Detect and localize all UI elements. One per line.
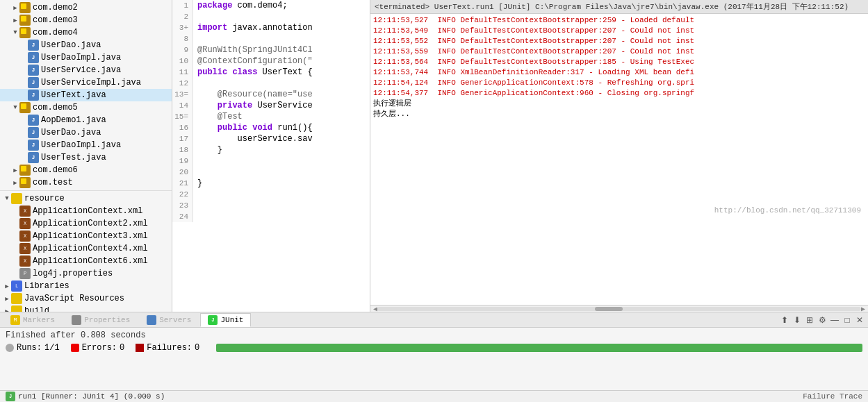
timestamp: 12:11:54,377 <box>373 88 428 99</box>
log-message: DefaultTestContextBootstrapper:207 - Cou… <box>460 26 694 36</box>
tab-action-maximize[interactable]: □ <box>842 315 853 326</box>
sidebar-item-label: com.test <box>33 178 73 187</box>
sidebar-item-userdaoimpl[interactable]: J UserDaoImpl.java <box>0 51 172 64</box>
log-message: 执行逻辑层 <box>373 99 411 109</box>
sidebar-item-appcontext4[interactable]: X ApplicationContext4.xml <box>0 242 172 255</box>
timestamp: 12:11:53,552 <box>373 36 428 47</box>
code-line-23: 23 <box>172 200 370 211</box>
log-level: INFO <box>437 88 455 99</box>
code-line-21: 21 } <box>172 178 370 189</box>
sidebar-item-appcontext1[interactable]: X ApplicationContext.xml <box>0 205 172 217</box>
sidebar-item-com-demo3[interactable]: com.demo3 <box>0 14 172 26</box>
code-line-18: 18 } <box>172 144 370 156</box>
sidebar-item-userdaoimpl2[interactable]: J UserDaoImpl.java <box>0 139 172 151</box>
line-number: 22 <box>172 189 193 200</box>
sidebar-item-label: ApplicationContext2.xml <box>33 219 148 228</box>
console-line-2: 12:11:53,549 INFO DefaultTestContextBoot… <box>373 26 865 36</box>
sidebar-item-usertest[interactable]: J UserTest.java <box>0 151 172 164</box>
sidebar-item-js-resources[interactable]: JavaScript Resources <box>0 292 172 305</box>
log-level: INFO <box>437 36 455 47</box>
line-number: 12 <box>172 78 193 89</box>
package-icon <box>19 2 31 13</box>
line-content: package com.demo4; <box>193 0 288 11</box>
horizontal-scrollbar-track[interactable] <box>377 307 861 311</box>
sidebar-item-com-demo5[interactable]: com.demo5 <box>0 101 172 114</box>
sidebar-item-label: JavaScript Resources <box>24 294 124 303</box>
sidebar-item-userservice[interactable]: J UserService.java <box>0 64 172 76</box>
sidebar-item-label: com.demo3 <box>33 15 78 25</box>
log-level: INFO <box>437 15 455 26</box>
line-number: 1 <box>172 0 193 11</box>
sidebar-item-log4j[interactable]: P log4j.properties <box>0 267 172 280</box>
code-line-16: 16 public void run1(){ <box>172 122 370 133</box>
sidebar-item-label: UserDao.java <box>41 40 101 50</box>
bottom-tabs: M Markers Properties Servers J JUnit ⬆ ⬇… <box>0 312 868 328</box>
code-editor[interactable]: 1 package com.demo4; 2 3+ import javax.a… <box>172 0 370 312</box>
timestamp: 12:11:54,124 <box>373 78 428 88</box>
sidebar-item-appcontext2[interactable]: X ApplicationContext2.xml <box>0 217 172 230</box>
sidebar-item-label: UserServiceImpl.java <box>41 78 141 87</box>
tab-markers[interactable]: M Markers <box>3 313 63 327</box>
arrow-icon <box>11 104 19 111</box>
failure-icon <box>136 344 144 352</box>
console-body[interactable]: 12:11:53,527 INFO DefaultTestContextBoot… <box>370 14 868 305</box>
console-header: <terminated> UserText.run1 [JUnit] C:\Pr… <box>370 0 868 14</box>
tab-action-down[interactable]: ⬇ <box>792 315 803 326</box>
sidebar-item-userserviceimpl[interactable]: J UserServiceImpl.java <box>0 76 172 89</box>
runs-value: 1/1 <box>44 343 60 353</box>
xml-icon: X <box>19 206 31 217</box>
sidebar-item-libraries[interactable]: L Libraries <box>0 280 172 292</box>
tab-action-copy[interactable]: ⊞ <box>804 315 815 326</box>
editor-console-area: 1 package com.demo4; 2 3+ import javax.a… <box>172 0 868 312</box>
console-line-6: 12:11:53,744 INFO XmlBeanDefinitionReade… <box>373 67 865 78</box>
tab-action-up[interactable]: ⬆ <box>779 315 790 326</box>
log-message: GenericApplicationContext:960 - Closing … <box>460 88 694 99</box>
sidebar-item-appcontext3[interactable]: X ApplicationContext3.xml <box>0 230 172 242</box>
java-icon: J <box>28 40 39 51</box>
arrow-icon <box>11 167 19 174</box>
tab-servers[interactable]: Servers <box>139 313 199 327</box>
sidebar-item-aopdemo1[interactable]: J AopDemo1.java <box>0 114 172 126</box>
sidebar-item-resource[interactable]: resource <box>0 192 172 205</box>
sidebar-item-label: UserDaoImpl.java <box>41 140 121 150</box>
tab-junit[interactable]: J JUnit <box>200 313 251 327</box>
sidebar-item-label: com.demo5 <box>33 103 78 112</box>
line-number: 9 <box>172 44 193 56</box>
console-panel: <terminated> UserText.run1 [JUnit] C:\Pr… <box>370 0 868 312</box>
sidebar-item-label: resource <box>24 194 65 203</box>
console-line-4: 12:11:53,559 INFO DefaultTestContextBoot… <box>373 47 865 57</box>
sidebar-item-com-demo4[interactable]: com.demo4 <box>0 26 172 39</box>
sidebar[interactable]: com.demo2 com.demo3 com.demo4 J UserDao.… <box>0 0 172 312</box>
failure-trace-label: Failure Trace <box>803 392 862 401</box>
sidebar-item-com-demo6[interactable]: com.demo6 <box>0 164 172 176</box>
package-icon <box>19 27 31 38</box>
sidebar-item-com-test[interactable]: com.test <box>0 176 172 189</box>
folder-icon <box>11 293 22 304</box>
code-line-2: 2 <box>172 11 370 22</box>
scrollbar-thumb[interactable] <box>595 307 623 311</box>
tab-action-close[interactable]: ✕ <box>854 315 865 326</box>
console-scrollbar[interactable]: ◀ ▶ <box>370 305 868 312</box>
console-line-10: 持久层... <box>373 109 865 119</box>
log-message: DefaultTestContextBootstrapper:259 - Loa… <box>460 15 694 26</box>
line-content: @Test <box>193 111 243 122</box>
tab-action-minimize[interactable]: — <box>829 315 840 326</box>
sidebar-item-userdao2[interactable]: J UserDao.java <box>0 126 172 139</box>
log-message: 持久层... <box>373 109 410 119</box>
stat-errors: Errors: 0 <box>71 343 125 353</box>
junit-status: Finished after 0.808 seconds <box>6 329 862 342</box>
code-line-1: 1 package com.demo4; <box>172 0 370 11</box>
tab-properties[interactable]: Properties <box>64 313 138 327</box>
code-line-17: 17 userService.sav <box>172 133 370 144</box>
sidebar-item-build[interactable]: build <box>0 305 172 312</box>
sidebar-item-usertext[interactable]: J UserText.java <box>0 89 172 101</box>
package-icon <box>19 165 31 176</box>
code-line-19: 19 <box>172 156 370 167</box>
sidebar-item-label: log4j.properties <box>33 269 113 278</box>
tab-servers-label: Servers <box>159 316 191 324</box>
sidebar-item-com-demo2[interactable]: com.demo2 <box>0 1 172 14</box>
tab-action-settings[interactable]: ⚙ <box>817 315 828 326</box>
sidebar-item-userdao[interactable]: J UserDao.java <box>0 39 172 51</box>
sidebar-item-appcontext6[interactable]: X ApplicationContext6.xml <box>0 255 172 267</box>
junit-icon: J <box>208 315 218 325</box>
